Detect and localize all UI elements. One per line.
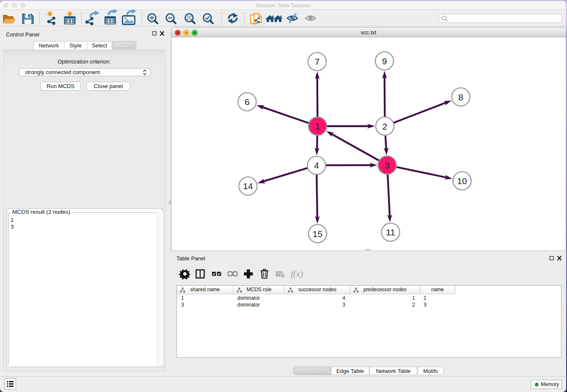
svg-text:6: 6 (245, 97, 250, 107)
svg-text:4: 4 (314, 160, 319, 170)
svg-text:1: 1 (315, 121, 320, 131)
svg-text:10: 10 (457, 176, 467, 186)
svg-text:8: 8 (458, 92, 463, 102)
svg-text:2: 2 (383, 121, 388, 131)
svg-text:9: 9 (382, 56, 387, 66)
svg-text:15: 15 (313, 229, 322, 239)
svg-text:f(x): f(x) (291, 269, 303, 279)
svg-text:14: 14 (243, 181, 253, 191)
svg-text:7: 7 (315, 57, 320, 66)
svg-text:3: 3 (385, 160, 390, 170)
svg-text:11: 11 (386, 227, 395, 237)
